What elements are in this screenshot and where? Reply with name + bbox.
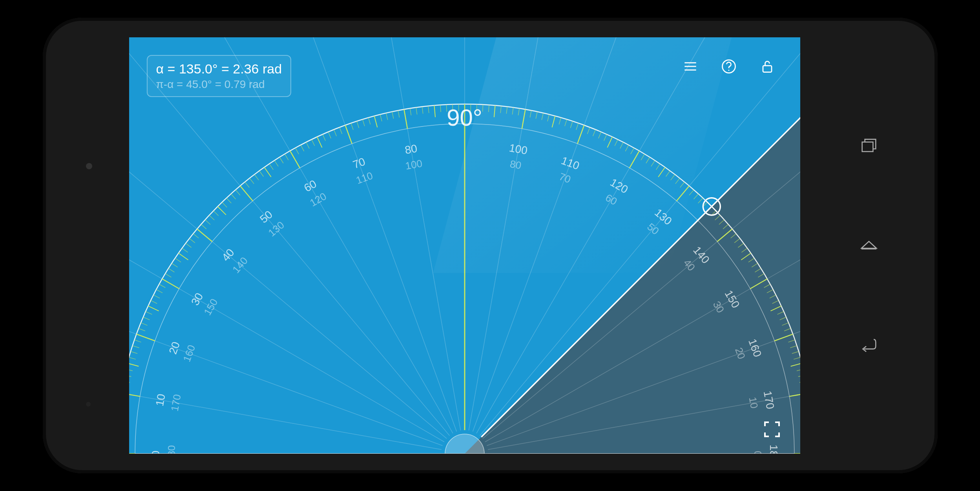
menu-icon[interactable] <box>681 57 700 76</box>
svg-line-182 <box>777 311 783 314</box>
svg-rect-247 <box>862 142 873 151</box>
svg-text:100: 100 <box>404 158 423 172</box>
svg-line-179 <box>769 295 776 298</box>
svg-text:120: 120 <box>608 176 630 196</box>
svg-text:150: 150 <box>201 297 220 317</box>
svg-line-186 <box>774 334 793 341</box>
svg-line-20 <box>482 37 800 438</box>
svg-line-104 <box>392 112 393 119</box>
svg-text:70: 70 <box>351 155 367 171</box>
svg-line-91 <box>317 137 322 147</box>
svg-text:130: 130 <box>266 219 287 239</box>
svg-line-146 <box>630 151 639 168</box>
angle-handle[interactable] <box>703 198 720 215</box>
svg-text:80: 80 <box>509 158 522 172</box>
svg-line-62 <box>182 248 188 253</box>
svg-line-131 <box>552 116 555 127</box>
svg-line-154 <box>675 178 679 184</box>
left-bezel <box>43 18 129 473</box>
protractor-canvas[interactable]: 0180101702016030150401405013060120701108… <box>129 37 800 454</box>
svg-line-141 <box>607 137 612 147</box>
svg-line-125 <box>518 108 519 115</box>
svg-line-176 <box>750 279 767 289</box>
svg-line-69 <box>209 215 214 220</box>
svg-line-181 <box>770 306 781 311</box>
svg-line-22 <box>487 185 800 446</box>
svg-line-16 <box>469 37 601 431</box>
svg-text:0: 0 <box>150 451 162 454</box>
svg-line-74 <box>231 194 235 199</box>
svg-text:60: 60 <box>302 178 318 194</box>
svg-line-120 <box>488 105 489 112</box>
lock-icon[interactable] <box>758 57 777 76</box>
svg-line-90 <box>311 139 314 146</box>
svg-text:110: 110 <box>559 154 581 172</box>
svg-line-101 <box>374 116 377 127</box>
svg-line-40 <box>129 369 133 371</box>
svg-text:30: 30 <box>710 299 726 315</box>
svg-line-94 <box>334 130 336 136</box>
svg-line-130 <box>547 114 549 121</box>
svg-line-107 <box>410 108 411 115</box>
svg-line-99 <box>362 119 364 126</box>
recent-apps-icon[interactable] <box>857 134 881 158</box>
svg-line-96 <box>345 125 352 144</box>
svg-line-177 <box>764 284 770 288</box>
svg-text:40: 40 <box>681 257 697 273</box>
svg-line-67 <box>201 224 206 229</box>
svg-line-142 <box>615 139 618 146</box>
toolbar <box>681 57 777 76</box>
svg-text:140: 140 <box>230 255 250 275</box>
svg-line-93 <box>328 132 331 139</box>
svg-text:120: 120 <box>308 190 328 209</box>
svg-line-97 <box>351 123 353 130</box>
svg-line-143 <box>620 142 623 148</box>
svg-line-39 <box>129 375 131 377</box>
svg-line-14 <box>328 37 460 431</box>
svg-text:160: 160 <box>181 343 197 363</box>
svg-line-38 <box>129 381 130 383</box>
svg-line-138 <box>593 130 595 136</box>
svg-line-53 <box>153 295 160 298</box>
svg-text:170: 170 <box>168 393 183 412</box>
center-angle-label: 90° <box>447 104 482 131</box>
back-icon[interactable] <box>857 333 881 357</box>
svg-line-45 <box>134 340 141 342</box>
svg-line-36 <box>129 393 140 396</box>
svg-line-136 <box>577 125 584 144</box>
svg-line-189 <box>792 352 798 354</box>
svg-line-135 <box>576 123 578 130</box>
svg-line-70 <box>213 211 218 216</box>
speaker-dot <box>86 163 92 169</box>
svg-line-48 <box>141 323 147 326</box>
svg-line-87 <box>295 148 299 154</box>
angle-readout-box[interactable]: α = 135.0° = 2.36 rad π-α = 45.0° = 0.79… <box>147 55 292 97</box>
svg-line-73 <box>226 198 231 203</box>
svg-text:80: 80 <box>404 142 418 156</box>
svg-line-170 <box>741 248 747 253</box>
app-screen[interactable]: α = 135.0° = 2.36 rad π-α = 45.0° = 0.79… <box>129 37 800 454</box>
svg-line-168 <box>734 238 740 243</box>
svg-line-156 <box>676 186 689 201</box>
svg-line-144 <box>625 145 628 151</box>
svg-line-80 <box>259 171 263 177</box>
svg-line-18 <box>476 37 800 433</box>
svg-line-157 <box>689 190 694 195</box>
fullscreen-icon[interactable] <box>763 421 781 438</box>
home-icon[interactable] <box>857 234 881 257</box>
svg-line-145 <box>630 148 634 154</box>
svg-line-112 <box>440 105 440 112</box>
svg-line-190 <box>794 357 800 359</box>
svg-line-98 <box>356 121 359 128</box>
svg-text:40: 40 <box>219 246 237 264</box>
svg-line-169 <box>738 243 743 247</box>
svg-line-77 <box>245 182 249 187</box>
svg-text:0: 0 <box>752 451 764 454</box>
svg-line-126 <box>522 110 525 129</box>
svg-text:50: 50 <box>257 208 275 225</box>
svg-line-151 <box>658 167 665 177</box>
svg-line-173 <box>752 263 757 267</box>
svg-line-175 <box>758 274 764 277</box>
help-icon[interactable] <box>719 57 738 76</box>
svg-line-185 <box>784 328 791 331</box>
